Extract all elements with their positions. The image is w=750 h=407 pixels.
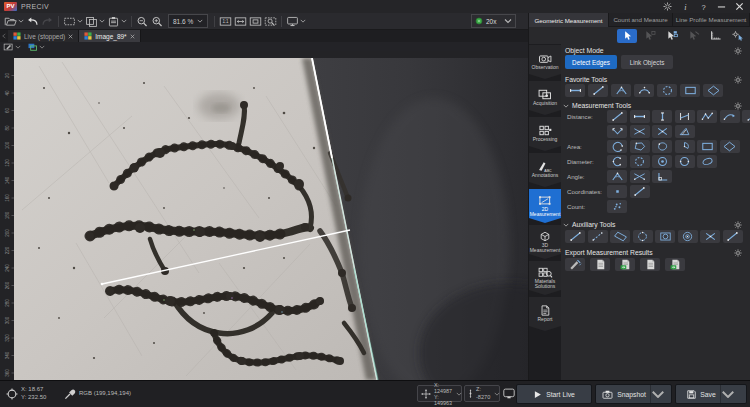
tool-diamond-button[interactable] — [703, 84, 723, 97]
tool-polyline-button[interactable] — [697, 110, 717, 123]
settings-gear-icon[interactable] — [663, 2, 672, 11]
sidebar-item-processing[interactable]: Processing — [529, 117, 561, 151]
sidebar-item-report[interactable]: Report — [529, 297, 561, 331]
tool-count-button[interactable] — [607, 200, 627, 213]
layers-display-button[interactable] — [27, 43, 45, 51]
tool-diamond-button[interactable] — [720, 140, 740, 153]
tool-cross-button[interactable] — [652, 125, 672, 138]
collapse-chevron-icon[interactable] — [563, 223, 569, 227]
redo-button[interactable] — [41, 14, 54, 28]
copy-button[interactable] — [85, 14, 105, 28]
edit-objects-button[interactable] — [661, 29, 681, 43]
tool-doc-button[interactable] — [590, 258, 610, 271]
actual-size-button[interactable]: 1:1 — [219, 14, 232, 28]
annotation-display-button[interactable] — [3, 43, 21, 51]
fit-selection-button[interactable] — [249, 14, 262, 28]
tool-angle-v-button[interactable] — [607, 125, 627, 138]
tool-perp-button[interactable] — [652, 170, 672, 183]
paste-button[interactable] — [107, 14, 127, 28]
section-settings-gear-icon[interactable] — [734, 221, 742, 229]
tool-circle-dash-button[interactable] — [630, 155, 650, 168]
tool-rect-rot-button[interactable] — [610, 230, 630, 243]
tool-curve-button[interactable] — [720, 110, 740, 123]
tool-cross-button[interactable] — [700, 230, 720, 243]
link-objects-button[interactable]: Link Objects — [621, 55, 673, 69]
help-icon[interactable]: ? — [699, 2, 708, 11]
tool-angle-3pt-button[interactable] — [611, 84, 631, 97]
info-icon[interactable]: i — [681, 2, 690, 11]
zoom-to-region-button[interactable] — [264, 14, 277, 28]
tab-count-and-measure[interactable]: Count and Measure — [609, 13, 673, 27]
tab-scroll-left-icon[interactable] — [0, 30, 8, 42]
tool-caliper-button[interactable] — [675, 110, 695, 123]
zoom-out-button[interactable] — [136, 14, 149, 28]
close-tab-icon[interactable] — [130, 34, 135, 39]
objective-selector[interactable]: 20x — [471, 14, 516, 28]
tool-line-v-button[interactable] — [652, 110, 672, 123]
tool-rect-button[interactable] — [680, 84, 700, 97]
fit-to-window-button[interactable] — [234, 14, 247, 28]
section-settings-gear-icon[interactable] — [734, 249, 742, 257]
stage-xy-control[interactable]: X: 124987 Y: 149963 — [417, 385, 462, 402]
tool-doc-green-button[interactable] — [615, 258, 635, 271]
sidebar-item-annotations[interactable]: ABCAnnotations — [529, 153, 561, 187]
delete-object-button[interactable] — [683, 29, 703, 43]
tool-line-diag-button[interactable] — [630, 185, 650, 198]
image-canvas[interactable] — [14, 58, 528, 380]
tool-doc-button[interactable] — [640, 258, 660, 271]
sidebar-item-3d-measurement[interactable]: 3D Measurement — [529, 225, 561, 259]
tool-point-button[interactable] — [607, 185, 627, 198]
tool-line-diag-button[interactable] — [607, 110, 627, 123]
stage-navigator-icon[interactable] — [503, 388, 515, 399]
tool-circle-3pt-button[interactable] — [607, 155, 627, 168]
tool-spline-area-button[interactable] — [652, 140, 672, 153]
start-live-button[interactable]: Start Live — [516, 384, 592, 404]
tool-pencil-export-button[interactable] — [565, 258, 585, 271]
detect-edges-button[interactable]: Detect Edges — [565, 55, 617, 69]
selection-tool-button[interactable] — [63, 14, 83, 28]
tool-arc-3pt-button[interactable] — [634, 84, 654, 97]
tool-circle-dot-button[interactable] — [652, 155, 672, 168]
tool-line-diag-button[interactable] — [723, 230, 743, 243]
sidebar-item-2d-measurement[interactable]: 2D Measurement — [529, 189, 561, 223]
measure-guide-button[interactable] — [705, 29, 725, 43]
tool-poly-area-button[interactable] — [630, 140, 650, 153]
tool-circle-poly-button[interactable] — [633, 230, 653, 243]
snapshot-button[interactable]: Snapshot — [595, 384, 672, 404]
select-tool-button[interactable] — [617, 29, 637, 43]
tool-arc-area-button[interactable] — [607, 140, 627, 153]
sidebar-item-materials-solutions[interactable]: Materials Solutions — [529, 261, 561, 295]
save-button[interactable]: Save — [675, 384, 747, 404]
add-object-button[interactable] — [639, 29, 659, 43]
section-settings-gear-icon[interactable] — [734, 76, 742, 84]
collapse-chevron-icon[interactable] — [563, 104, 569, 108]
tool-line-dash-button[interactable] — [742, 110, 750, 123]
tool-angle-4pt-button[interactable] — [630, 170, 650, 183]
tool-angle-3pt-button[interactable] — [607, 170, 627, 183]
tab-live[interactable]: Live (stopped) — [8, 30, 79, 42]
zoom-level-select[interactable]: 81.6 % — [168, 14, 208, 28]
zoom-in-button[interactable] — [151, 14, 164, 28]
tool-ellipse-button[interactable] — [697, 155, 717, 168]
tool-line-diag-button[interactable] — [565, 230, 585, 243]
close-tab-icon[interactable] — [68, 34, 73, 39]
tab-image-89[interactable]: Image_89* — [79, 30, 140, 42]
section-settings-gear-icon[interactable] — [734, 102, 742, 110]
dropdown-arrow[interactable] — [720, 385, 735, 403]
tab-line-profile-measurement[interactable]: Line Profile Measurement — [673, 13, 750, 27]
tool-pie-area-button[interactable] — [675, 140, 695, 153]
undo-button[interactable] — [26, 14, 39, 28]
tool-line-h-button[interactable] — [565, 84, 585, 97]
tool-angle-x-button[interactable] — [630, 125, 650, 138]
tool-rect-button[interactable] — [697, 140, 717, 153]
tool-line-h-button[interactable] — [630, 110, 650, 123]
tab-geometric-measurement[interactable]: Geometric Measurement — [529, 13, 609, 27]
open-image-button[interactable] — [4, 14, 24, 28]
tool-doc-green-button[interactable] — [665, 258, 685, 271]
tool-circle-dash-button[interactable] — [657, 84, 677, 97]
sidebar-item-acquisition[interactable]: Acquisition — [529, 81, 561, 115]
tool-line-diag-button[interactable] — [588, 84, 608, 97]
close-icon[interactable] — [735, 2, 744, 11]
sidebar-item-observation[interactable]: Observation — [529, 45, 561, 79]
tool-square-circle-button[interactable] — [655, 230, 675, 243]
